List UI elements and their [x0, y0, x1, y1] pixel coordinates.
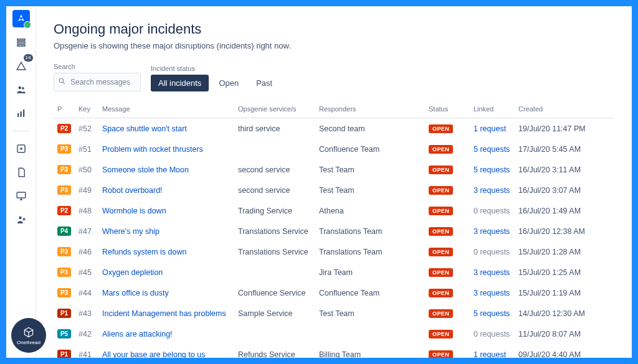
linked-requests-link[interactable]: 1 request: [474, 124, 506, 133]
page-subtitle: Opsgenie is showing these major disrupti…: [54, 41, 614, 50]
filter-tabs: All incidents Open Past: [151, 75, 280, 91]
col-header-message[interactable]: Message: [98, 100, 234, 118]
queues-icon[interactable]: [12, 34, 30, 51]
brand-label: Onethread: [17, 340, 40, 345]
table-row[interactable]: P3#50Someone stole the Moonsecond servic…: [54, 159, 614, 180]
add-item-icon[interactable]: [12, 140, 30, 157]
incident-message-link[interactable]: Mars office is dusty: [102, 289, 169, 297]
linked-requests-link[interactable]: 5 requests: [474, 309, 510, 318]
incident-message-link[interactable]: All your base are belong to us: [102, 350, 205, 358]
created-cell: 16/Jul/20 3:11 AM: [515, 159, 614, 180]
incident-message-link[interactable]: Where's my ship: [102, 227, 160, 236]
priority-badge: P3: [57, 144, 71, 154]
service-cell: [234, 262, 315, 282]
status-badge: OPEN: [429, 330, 453, 338]
linked-requests-link[interactable]: 5 requests: [474, 166, 510, 174]
linked-requests-link[interactable]: 3 requests: [474, 268, 510, 277]
svg-rect-1: [17, 42, 25, 43]
status-badge: OPEN: [429, 268, 453, 277]
responders-cell: Translations Team: [315, 241, 425, 262]
incidents-icon[interactable]: 14: [12, 57, 30, 75]
linked-requests-link[interactable]: 3 requests: [474, 227, 510, 236]
table-row[interactable]: P2#48Wormhole is downTrading ServiceAthe…: [54, 200, 614, 221]
linked-requests-link: 0 requests: [474, 207, 510, 215]
status-badge: OPEN: [429, 309, 453, 318]
priority-badge: P3: [57, 288, 71, 297]
priority-badge: P4: [57, 226, 71, 236]
incident-message-link[interactable]: Someone stole the Moon: [102, 166, 189, 174]
status-badge: OPEN: [429, 289, 453, 297]
responders-cell: Confluence Team: [315, 139, 425, 159]
invite-user-icon[interactable]: [12, 211, 30, 228]
monitor-icon[interactable]: [12, 187, 30, 205]
responders-cell: Jira Team: [315, 262, 425, 282]
table-row[interactable]: P3#45Oxygen depletionJira TeamOPEN3 requ…: [54, 262, 614, 282]
svg-rect-11: [17, 192, 26, 198]
priority-badge: P3: [57, 185, 71, 195]
col-header-linked[interactable]: Linked: [470, 100, 515, 118]
search-input[interactable]: [54, 73, 141, 91]
incident-message-link[interactable]: Incident Management has problems: [102, 309, 226, 318]
linked-requests-link[interactable]: 3 requests: [474, 186, 510, 195]
table-row[interactable]: P3#49Robot overboard!second serviceTest …: [54, 180, 614, 200]
incident-key: #45: [75, 262, 98, 282]
linked-requests-link[interactable]: 5 requests: [474, 145, 510, 154]
document-icon[interactable]: [12, 164, 30, 181]
incident-key: #42: [75, 324, 98, 344]
service-cell: [234, 324, 315, 344]
col-header-priority[interactable]: P: [54, 100, 75, 118]
app-logo-icon[interactable]: [12, 10, 30, 27]
col-header-service[interactable]: Opsgenie service/s: [234, 100, 315, 118]
people-icon[interactable]: [12, 81, 30, 98]
tab-past[interactable]: Past: [249, 75, 280, 91]
reports-icon[interactable]: [12, 105, 30, 122]
svg-rect-5: [17, 113, 19, 117]
incidents-badge: 14: [24, 54, 33, 62]
created-cell: 15/Jul/20 1:19 AM: [515, 282, 614, 303]
service-cell: Translations Service: [234, 221, 315, 241]
incident-message-link[interactable]: Robot overboard!: [102, 186, 163, 195]
priority-badge: P3: [57, 247, 71, 256]
priority-badge: P3: [57, 165, 71, 174]
priority-badge: P2: [57, 124, 71, 133]
col-header-responders[interactable]: Responders: [315, 100, 425, 118]
incident-message-link[interactable]: Oxygen depletion: [102, 268, 163, 277]
priority-badge: P2: [57, 206, 71, 215]
table-row[interactable]: P5#42Aliens are attacking!OPEN0 requests…: [54, 324, 614, 344]
table-row[interactable]: P1#43Incident Management has problemsSam…: [54, 303, 614, 324]
table-row[interactable]: P1#41All your base are belong to usRefun…: [54, 344, 614, 358]
col-header-created[interactable]: Created: [515, 100, 614, 118]
incident-key: #50: [75, 159, 98, 180]
brand-badge[interactable]: Onethread: [11, 318, 46, 353]
table-row[interactable]: P3#44Mars office is dustyConfluence Serv…: [54, 282, 614, 303]
incident-message-link[interactable]: Space shuttle won't start: [102, 124, 187, 133]
incident-message-link[interactable]: Problem with rocket thrusters: [102, 145, 203, 154]
table-row[interactable]: P3#46Refunds system is downTranslations …: [54, 241, 614, 262]
col-header-key[interactable]: Key: [75, 100, 98, 118]
incident-key: #43: [75, 303, 98, 324]
tab-all-incidents[interactable]: All incidents: [151, 75, 209, 91]
responders-cell: Test Team: [315, 159, 425, 180]
col-header-status[interactable]: Status: [425, 100, 470, 118]
status-badge: OPEN: [429, 166, 453, 174]
responders-cell: Second team: [315, 118, 425, 139]
linked-requests-link[interactable]: 1 request: [474, 350, 506, 358]
incident-message-link[interactable]: Refunds system is down: [102, 248, 186, 256]
svg-rect-2: [17, 45, 25, 46]
incident-message-link[interactable]: Wormhole is down: [102, 207, 166, 215]
service-cell: Trading Service: [234, 200, 315, 221]
created-cell: 16/Jul/20 12:38 AM: [515, 221, 614, 241]
table-row[interactable]: P2#52Space shuttle won't startthird serv…: [54, 118, 614, 139]
incident-message-link[interactable]: Aliens are attacking!: [102, 330, 173, 338]
tab-open[interactable]: Open: [211, 75, 246, 91]
table-row[interactable]: P4#47Where's my shipTranslations Service…: [54, 221, 614, 241]
svg-point-3: [18, 86, 21, 90]
incident-key: #52: [75, 118, 98, 139]
responders-cell: Athena: [315, 200, 425, 221]
table-row[interactable]: P3#51Problem with rocket thrustersConflu…: [54, 139, 614, 159]
created-cell: 15/Jul/20 1:25 AM: [515, 262, 614, 282]
sidebar: 14: [6, 6, 36, 358]
incident-key: #51: [75, 139, 98, 159]
linked-requests-link[interactable]: 3 requests: [474, 289, 510, 297]
page-title: Ongoing major incidents: [54, 21, 614, 37]
